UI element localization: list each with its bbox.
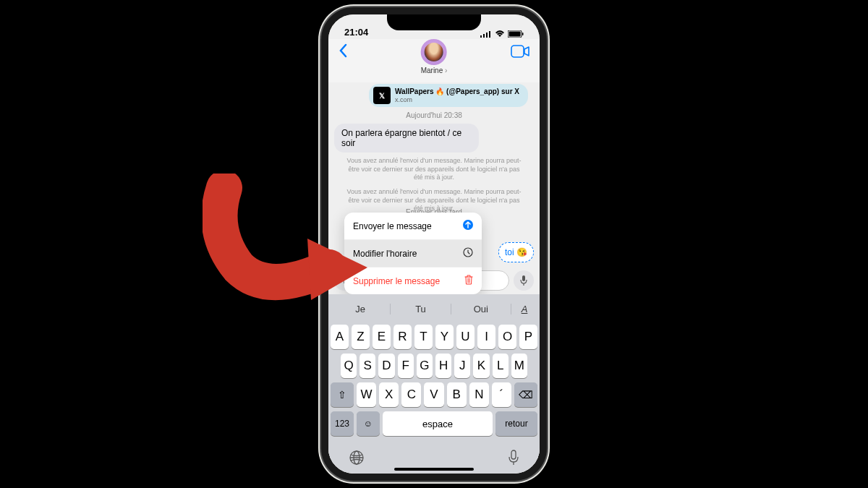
battery-icon [508, 30, 524, 38]
key-t[interactable]: T [414, 325, 433, 349]
svg-rect-0 [480, 35, 482, 38]
svg-rect-10 [522, 275, 525, 281]
keyboard: Je Tu Oui A AZERTYUIOP QSDFGHJKLM ⇧ WXCV… [328, 294, 540, 445]
suggestion[interactable]: Oui [451, 304, 511, 314]
key-h[interactable]: H [435, 354, 451, 378]
timestamp: Aujourd'hui 20:38 [334, 111, 534, 119]
iphone-frame: 21:04 Marine [321, 7, 547, 481]
back-button[interactable] [339, 42, 347, 62]
context-menu: Envoyer le message Modifier l'horaire Su… [344, 213, 482, 294]
key-q[interactable]: Q [341, 354, 357, 378]
key-o[interactable]: O [498, 325, 516, 349]
svg-rect-1 [483, 34, 485, 38]
globe-icon[interactable] [349, 450, 365, 469]
link-domain: x.com [395, 96, 519, 104]
key-row-2: QSDFGHJKLM [331, 354, 537, 378]
key-i[interactable]: I [477, 325, 495, 349]
shift-key[interactable]: ⇧ [331, 382, 354, 407]
notch [387, 14, 481, 30]
svg-rect-5 [509, 32, 521, 37]
key-r[interactable]: R [393, 325, 412, 349]
status-time: 21:04 [344, 27, 368, 38]
cellular-signal-icon [480, 30, 492, 38]
svg-rect-6 [522, 33, 524, 35]
return-key[interactable]: retour [495, 411, 537, 436]
key-´[interactable]: ´ [492, 382, 511, 407]
svg-rect-14 [511, 450, 516, 459]
send-icon [463, 220, 473, 232]
key-y[interactable]: Y [435, 325, 454, 349]
trash-icon [464, 275, 473, 287]
suggestion[interactable]: Tu [391, 304, 451, 314]
svg-rect-2 [486, 33, 488, 38]
text-format-icon[interactable]: A [511, 304, 537, 314]
facetime-button[interactable] [511, 45, 529, 61]
avatar [421, 39, 447, 65]
nav-bar: Marine [328, 39, 540, 82]
key-j[interactable]: J [454, 354, 470, 378]
space-key[interactable]: espace [383, 411, 493, 436]
numeric-key[interactable]: 123 [331, 411, 354, 436]
menu-send-message[interactable]: Envoyer le message [344, 213, 482, 240]
key-e[interactable]: E [373, 325, 391, 349]
system-notice: Vous avez annulé l'envoi d'un message. M… [334, 154, 534, 185]
clock-icon [463, 247, 473, 260]
key-row-1: AZERTYUIOP [331, 325, 537, 349]
key-z[interactable]: Z [352, 325, 370, 349]
backspace-key[interactable]: ⌫ [514, 382, 537, 407]
scheduled-message-bubble[interactable]: toi 😘 [498, 242, 534, 262]
contact-header[interactable]: Marine [421, 39, 448, 74]
svg-rect-3 [489, 31, 490, 38]
key-c[interactable]: C [401, 382, 421, 407]
emoji-key[interactable]: ☺ [357, 411, 380, 436]
key-v[interactable]: V [424, 382, 443, 407]
key-p[interactable]: P [519, 325, 537, 349]
wifi-icon [495, 30, 505, 38]
link-preview[interactable]: 𝕏 WallPapers 🔥 (@Papers_app) sur X x.com [369, 84, 528, 107]
key-a[interactable]: A [331, 325, 349, 349]
message-thread[interactable]: 𝕏 WallPapers 🔥 (@Papers_app) sur X x.com… [328, 82, 540, 294]
home-indicator[interactable] [394, 468, 474, 471]
key-k[interactable]: K [473, 354, 489, 378]
contact-name: Marine [421, 67, 448, 74]
key-w[interactable]: W [357, 382, 376, 407]
suggestion-bar: Je Tu Oui A [331, 297, 537, 320]
mic-icon[interactable] [508, 450, 519, 468]
menu-edit-schedule[interactable]: Modifier l'horaire [344, 240, 482, 267]
key-b[interactable]: B [447, 382, 467, 407]
x-app-icon: 𝕏 [373, 87, 391, 104]
key-row-3: ⇧ WXCVBN´⌫ [331, 382, 537, 407]
key-m[interactable]: M [511, 354, 527, 378]
suggestion[interactable]: Je [331, 304, 391, 314]
key-g[interactable]: G [417, 354, 433, 378]
key-x[interactable]: X [379, 382, 399, 407]
key-n[interactable]: N [469, 382, 489, 407]
link-title: WallPapers 🔥 (@Papers_app) sur X [395, 87, 519, 96]
key-d[interactable]: D [378, 354, 394, 378]
menu-delete-message[interactable]: Supprimer le message [344, 267, 482, 294]
key-l[interactable]: L [493, 354, 509, 378]
key-s[interactable]: S [359, 354, 375, 378]
dictation-button[interactable] [514, 270, 534, 291]
key-u[interactable]: U [456, 325, 475, 349]
svg-rect-7 [511, 46, 524, 57]
key-f[interactable]: F [398, 354, 414, 378]
incoming-message[interactable]: On parlera épargne bientot / ce soir [334, 124, 479, 153]
